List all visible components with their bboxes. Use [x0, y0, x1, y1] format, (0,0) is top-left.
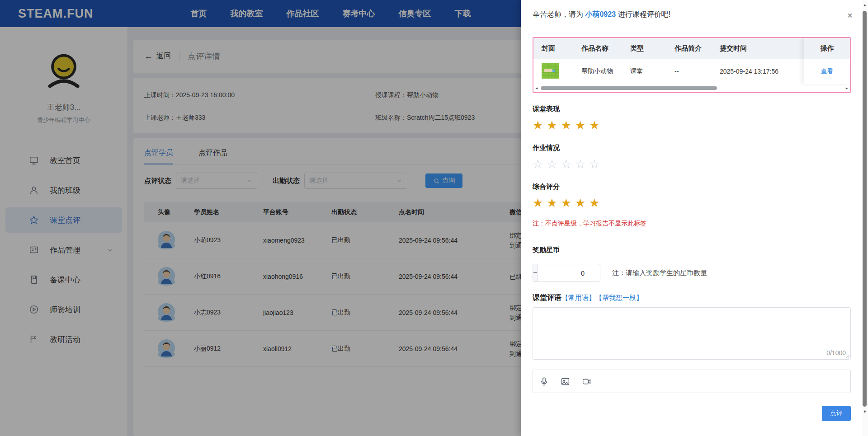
- classroom-performance-stars[interactable]: ★★★★★: [533, 118, 851, 132]
- comment-textarea[interactable]: [533, 308, 850, 359]
- student-name-link[interactable]: 小萌0923: [585, 10, 616, 18]
- view-work-link[interactable]: 查看: [821, 67, 834, 75]
- comment-header-row: 课堂评语 【常用语】 【帮我想一段】: [533, 293, 851, 303]
- star-filled-icon[interactable]: ★: [533, 196, 543, 210]
- common-phrases-link[interactable]: 【常用语】: [561, 294, 595, 302]
- hscroll-thumb[interactable]: [541, 86, 717, 90]
- star-empty-icon[interactable]: ☆: [589, 157, 599, 171]
- submit-review-button[interactable]: 点评: [822, 406, 851, 421]
- student-works-table: 封面 作品名称 类型 作品简介 提交时间 帮助小动物 课堂 --: [533, 37, 851, 93]
- vscroll-thumb[interactable]: [863, 11, 867, 407]
- star-empty-icon[interactable]: ☆: [561, 157, 571, 171]
- overall-score-label: 综合评分: [533, 183, 851, 192]
- scroll-right-icon[interactable]: ▸: [844, 86, 850, 90]
- star-empty-icon[interactable]: ☆: [575, 157, 585, 171]
- horizontal-scrollbar[interactable]: ◂ ▸: [533, 84, 850, 92]
- work-thumbnail[interactable]: [542, 63, 581, 80]
- homework-status-label: 作业情况: [533, 144, 851, 153]
- coin-amount-input[interactable]: [538, 264, 600, 281]
- video-upload-icon[interactable]: [582, 377, 591, 386]
- homework-status-stars[interactable]: ☆☆☆☆☆: [533, 157, 851, 171]
- reward-coins-label: 奖励星币: [533, 246, 851, 255]
- rating-warning-note: 注：不点评星级，学习报告不显示此标签: [533, 220, 851, 228]
- works-table-row: 帮助小动物 课堂 -- 2025-09-24 13:17:56: [533, 59, 850, 84]
- stepper-minus-button[interactable]: −: [533, 264, 538, 281]
- reward-coins-row: − + 注：请输入奖励学生的星币数量: [533, 264, 851, 282]
- star-filled-icon[interactable]: ★: [547, 196, 557, 210]
- overall-score-stars[interactable]: ★★★★★: [533, 196, 851, 210]
- star-empty-icon[interactable]: ☆: [547, 157, 557, 171]
- star-filled-icon[interactable]: ★: [561, 118, 571, 132]
- scroll-down-icon[interactable]: ▼: [862, 409, 868, 414]
- classroom-performance-label: 课堂表现: [533, 105, 851, 114]
- vertical-scrollbar[interactable]: ▲ ▼: [862, 0, 868, 436]
- scroll-left-icon[interactable]: ◂: [533, 86, 540, 90]
- star-empty-icon[interactable]: ☆: [533, 157, 543, 171]
- star-filled-icon[interactable]: ★: [533, 118, 543, 132]
- works-action-column: 操作 查看: [804, 38, 850, 84]
- works-table-header: 封面 作品名称 类型 作品简介 提交时间: [533, 38, 850, 59]
- attachment-toolbar: [533, 370, 851, 393]
- star-filled-icon[interactable]: ★: [547, 118, 557, 132]
- coin-stepper: − +: [533, 264, 600, 282]
- work-thumbnail-image: [542, 63, 559, 79]
- close-icon[interactable]: ×: [847, 11, 853, 20]
- comment-label: 课堂评语: [533, 293, 561, 303]
- coin-input-note: 注：请输入奖励学生的星币数量: [612, 269, 707, 277]
- drawer-title: 辛苦老师，请为 小萌0923 进行课程评价吧!: [533, 10, 851, 22]
- evaluation-drawer: 辛苦老师，请为 小萌0923 进行课程评价吧! × 封面 作品名称 类型 作品简…: [521, 0, 868, 436]
- comment-box: 0/1000: [533, 307, 851, 360]
- scroll-up-icon[interactable]: ▲: [862, 3, 868, 7]
- star-filled-icon[interactable]: ★: [589, 118, 599, 132]
- star-filled-icon[interactable]: ★: [575, 118, 585, 132]
- star-filled-icon[interactable]: ★: [589, 196, 599, 210]
- ai-suggest-link[interactable]: 【帮我想一段】: [595, 294, 643, 302]
- image-upload-icon[interactable]: [561, 377, 570, 386]
- star-filled-icon[interactable]: ★: [575, 196, 585, 210]
- microphone-icon[interactable]: [539, 377, 549, 386]
- star-filled-icon[interactable]: ★: [561, 196, 571, 210]
- char-counter: 0/1000: [826, 349, 846, 356]
